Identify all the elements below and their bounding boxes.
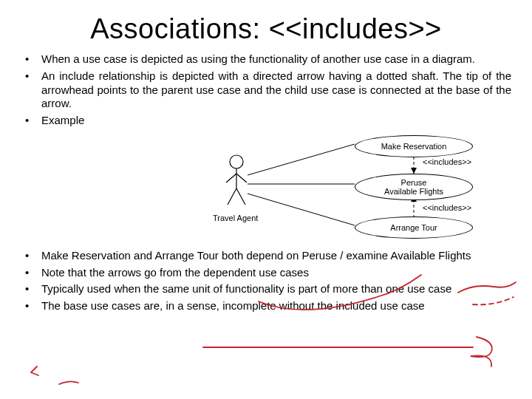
actor-label: Travel Agent <box>213 214 258 222</box>
svg-point-7 <box>230 155 243 168</box>
page-title: Associations: <<includes>> <box>0 13 532 45</box>
svg-line-0 <box>248 144 355 175</box>
bullet-list-bottom: Make Reservation and Arrange Tour both d… <box>21 249 511 313</box>
svg-line-12 <box>236 188 245 205</box>
use-case-diagram: Travel Agent Make Reservation Peruse Ava… <box>0 131 532 249</box>
includes-label: <<includes>> <box>423 203 471 212</box>
list-item: Make Reservation and Arrange Tour both d… <box>21 249 511 263</box>
use-case-oval: Make Reservation <box>355 135 473 157</box>
list-item: Typically used when the same unit of fun… <box>21 282 511 296</box>
actor-icon <box>222 153 251 212</box>
list-item: Example <box>21 114 511 128</box>
list-item: Note that the arrows go from the depende… <box>21 266 511 280</box>
svg-line-9 <box>226 174 236 183</box>
svg-marker-4 <box>411 168 417 174</box>
includes-label: <<includes>> <box>423 157 471 166</box>
list-item: When a use case is depicted as using the… <box>21 52 511 66</box>
list-item: The base use cases are, in a sense, inco… <box>21 299 511 313</box>
svg-line-11 <box>228 188 236 205</box>
list-item: An include relationship is depicted with… <box>21 69 511 111</box>
use-case-oval: Peruse Available Flights <box>355 174 473 200</box>
svg-line-10 <box>236 174 247 183</box>
bullet-list-top: When a use case is depicted as using the… <box>21 52 511 128</box>
use-case-oval: Arrange Tour <box>355 216 473 239</box>
svg-line-2 <box>248 194 355 225</box>
